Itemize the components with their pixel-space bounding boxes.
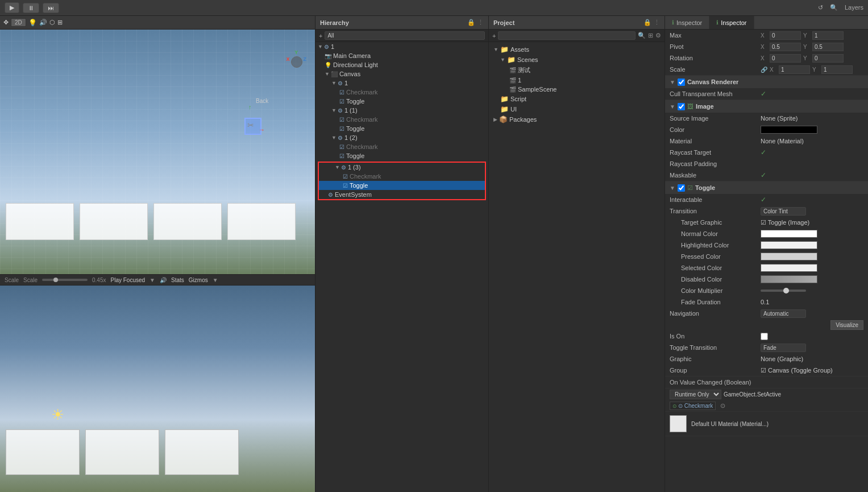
highlighted-color-swatch[interactable] [761,241,817,249]
color-mult-slider[interactable] [761,290,806,292]
rect-rot-y[interactable] [812,54,844,63]
project-folder-assets[interactable]: ▼ 📁 Assets [491,44,662,55]
hier-item-checkmark4[interactable]: ☑ Checkmark [319,172,485,181]
hier-item-checkmark3[interactable]: ☑ Checkmark [315,142,488,151]
y-label-max: Y [803,32,810,39]
layers-label[interactable]: Layers [845,4,863,11]
normal-color-swatch[interactable] [761,230,817,238]
hier-item-canvas[interactable]: ▼ ⬛ Canvas [315,69,488,78]
play-focused-dropdown[interactable]: Play Focused [111,277,146,283]
rect-scale-x[interactable] [779,65,810,74]
normal-color-value[interactable] [761,230,863,238]
toggle-section-checkbox[interactable] [678,184,685,192]
hier-item-camera[interactable]: 📷 Main Camera [315,51,488,60]
hier-item-eventsystem[interactable]: ⚙ EventSystem [319,190,485,199]
hier-item-dirlight[interactable]: 💡 Directional Light [315,60,488,69]
rect-pivot-y[interactable] [812,43,844,51]
hier-item-toggle2[interactable]: ☑ Toggle [315,124,488,133]
inspector-tab-2[interactable]: ℹ Inspector [709,16,754,29]
project-folder-script[interactable]: 📁 Script [491,94,662,104]
undo-icon[interactable]: ↺ [818,4,823,11]
hand-tool-icon[interactable]: ✥ [3,19,9,26]
more-icon-project[interactable]: ⋮ [654,19,660,26]
toggle-section-header[interactable]: ▼ ☑ Toggle [665,181,868,194]
selected-color-value[interactable] [761,264,863,272]
filter-icon-project[interactable]: ⊞ [648,32,653,39]
play-button[interactable]: ▶ [5,2,19,13]
highlighted-color-value[interactable] [761,241,863,249]
project-folder-packages[interactable]: ▶ 📦 Packages [491,114,662,125]
2d-toggle[interactable]: 2D [11,18,26,27]
project-folder-scenes[interactable]: ▼ 📁 Scenes [491,55,662,65]
fx-icon[interactable]: ⬡ [49,19,55,26]
canvas-renderer-checkbox[interactable] [678,78,685,86]
pressed-color-value[interactable] [761,253,863,261]
hierarchy-search-input[interactable] [325,31,485,40]
project-scene-sample[interactable]: 🎬 SampleScene [491,85,662,94]
add-icon-project[interactable]: + [492,32,496,39]
image-color-value[interactable] [761,126,863,134]
navigation-dropdown[interactable]: Automatic [761,309,806,318]
runtime-dropdown[interactable]: Runtime Only [670,390,721,399]
add-icon[interactable]: + [319,32,322,39]
inspector-tab-1[interactable]: ℹ Inspector [665,16,709,29]
canvas-renderer-header[interactable]: ▼ Canvas Renderer [665,76,868,88]
project-search-input[interactable] [498,31,636,40]
rect-rot-x[interactable] [770,54,801,63]
gizmos-btn[interactable]: Gizmos [189,277,208,283]
project-scene-1[interactable]: 🎬 1 [491,76,662,85]
speaker-icon[interactable]: 🔊 [160,277,167,283]
game-viewport[interactable]: ☀ [0,286,315,492]
toggle-transition-value: Fade [761,344,863,352]
audio-toggle-icon[interactable]: 🔊 [39,19,47,26]
project-scene-test[interactable]: 🎬 测试 [491,65,662,76]
normal-color-label: Normal Color [670,230,761,237]
search-icon-project[interactable]: 🔍 [638,32,646,39]
lock-icon[interactable]: 🔒 [467,19,475,26]
project-content: ▼ 📁 Assets ▼ 📁 Scenes 🎬 测试 🎬 1 🎬 SampleS… [489,42,665,492]
hier-item-checkmark2[interactable]: ☑ Checkmark [315,115,488,124]
scene-viewport[interactable]: Back ↑ → ✂ Y X Z [0,30,315,274]
rect-pivot-x[interactable] [770,43,801,51]
light-toggle-icon[interactable]: 💡 [28,19,37,27]
scene-objects [6,203,309,240]
object-ref[interactable]: ⊙ ⊙ Checkmark [670,402,716,410]
layout-icon[interactable]: ⊞ [57,19,63,26]
hier-item-toggle4[interactable]: ☑ Toggle [319,181,485,190]
hier-item-toggle1[interactable]: ☑ Toggle [315,97,488,106]
settings-icon-project[interactable]: ⚙ [655,32,661,39]
transition-dropdown[interactable]: Color Tint [761,207,806,216]
stats-btn[interactable]: Stats [171,277,184,283]
disabled-color-value[interactable] [761,275,863,283]
lock-icon-project[interactable]: 🔒 [643,19,651,26]
selected-color-swatch[interactable] [761,264,817,272]
pause-button[interactable]: ⏸ [23,3,39,13]
is-on-checkbox[interactable] [761,333,768,340]
rect-max-x[interactable] [770,31,801,40]
visualize-button[interactable]: Visualize [830,320,863,330]
scale-slider[interactable] [42,279,88,281]
rect-scale-y[interactable] [821,65,853,74]
hier-item-g4[interactable]: ▼ ⚙ 1 (3) [319,163,485,172]
target-circle-icon[interactable]: ⊙ [720,402,725,410]
hier-item-g1[interactable]: ▼ ⚙ 1 [315,78,488,88]
more-icon[interactable]: ⋮ [477,19,484,26]
image-color-swatch[interactable] [761,126,817,134]
hier-item-root1[interactable]: ▼ ⚙ 1 [315,42,488,51]
hier-item-g2[interactable]: ▼ ⚙ 1 (1) [315,106,488,115]
image-checkbox[interactable] [678,103,685,110]
search-icon[interactable]: 🔍 [830,4,838,11]
disabled-color-swatch[interactable] [761,275,817,283]
back-label: Back [256,98,268,104]
pressed-color-swatch[interactable] [761,253,817,261]
hier-item-checkmark1[interactable]: ☑ Checkmark [315,88,488,97]
step-button[interactable]: ⏭ [43,3,59,13]
inspector-tab-icon-1: ℹ [672,19,674,26]
image-header[interactable]: ▼ 🖼 Image [665,100,868,113]
rect-max-y[interactable] [812,31,844,40]
hier-item-toggle3[interactable]: ☑ Toggle [315,151,488,160]
project-title: Project [493,19,514,26]
hier-item-g3[interactable]: ▼ ⚙ 1 (2) [315,133,488,142]
toggle-transition-dropdown[interactable]: Fade [761,344,806,352]
project-folder-ui[interactable]: 📁 UI [491,104,662,114]
